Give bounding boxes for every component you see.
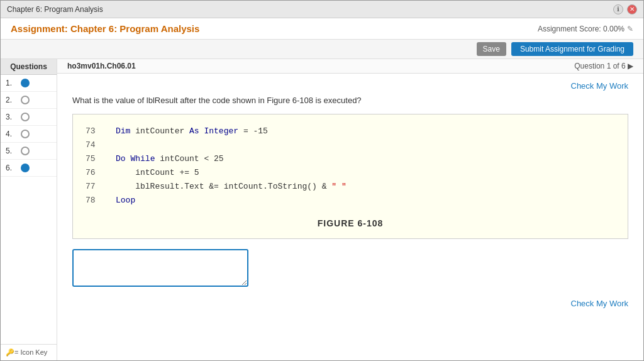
score-label: Assignment Score: 0.00% [538, 25, 625, 33]
sidebar-item-2-label: 2. [6, 96, 16, 104]
sidebar-item-1-indicator [21, 79, 30, 87]
line-num-78: 78 [86, 194, 101, 208]
code-line-76: 76 intCount += 5 [86, 166, 615, 180]
sidebar-item-3[interactable]: 3. [1, 109, 57, 126]
code-line-75: 75 Do While intCount < 25 [86, 152, 615, 166]
score-area: Assignment Score: 0.00% ✎ [538, 25, 633, 33]
sidebar-item-6[interactable]: 6. [1, 160, 57, 177]
code-line-73: 73 Dim intCounter As Integer = -15 [86, 125, 615, 138]
question-body: Check My Work What is the value of lblRe… [57, 74, 643, 360]
sidebar: Questions 1. 2. 3. 4. [1, 59, 57, 360]
sidebar-item-1-label: 1. [6, 79, 16, 87]
save-button[interactable]: Save [477, 42, 506, 56]
line-num-76: 76 [86, 166, 101, 180]
close-button[interactable]: ✕ [627, 4, 637, 14]
sidebar-item-2[interactable]: 2. [1, 92, 57, 109]
line-num-77: 77 [86, 180, 101, 194]
window-title: Chapter 6: Program Analysis [7, 5, 103, 14]
code-line-74: 74 [86, 138, 615, 152]
main-window: Chapter 6: Program Analysis ℹ ✕ Assignme… [0, 0, 644, 361]
sidebar-items-list: 1. 2. 3. 4. 5. [1, 75, 57, 177]
info-button[interactable]: ℹ [613, 4, 623, 14]
answer-input[interactable] [72, 249, 248, 287]
question-nav[interactable]: Question 1 of 6 ▶ [574, 62, 633, 70]
title-bar: Chapter 6: Program Analysis ℹ ✕ [1, 1, 643, 18]
code-block: 73 Dim intCounter As Integer = -15 74 75 [86, 125, 615, 208]
submit-button[interactable]: Submit Assignment for Grading [511, 42, 633, 56]
sidebar-item-5[interactable]: 5. [1, 143, 57, 160]
icon-key-label: 🔑= Icon Key [6, 348, 47, 357]
edit-score-icon[interactable]: ✎ [627, 25, 633, 33]
sidebar-item-4-label: 4. [6, 130, 16, 138]
code-figure: 73 Dim intCounter As Integer = -15 74 75 [72, 114, 628, 239]
window-controls: ℹ ✕ [613, 4, 637, 14]
sidebar-item-3-label: 3. [6, 113, 16, 121]
toolbar: Save Submit Assignment for Grading [1, 40, 643, 59]
code-line-78: 78 Loop [86, 194, 615, 208]
sidebar-item-5-label: 5. [6, 147, 16, 155]
sidebar-item-2-indicator [21, 96, 30, 104]
figure-caption: FIGURE 6-108 [86, 218, 615, 228]
line-num-75: 75 [86, 152, 101, 166]
question-text: What is the value of lblResult after the… [72, 96, 628, 105]
sidebar-item-4[interactable]: 4. [1, 126, 57, 143]
main-content: Questions 1. 2. 3. 4. [1, 59, 643, 360]
check-work-bottom-button[interactable]: Check My Work [571, 299, 629, 308]
sidebar-footer: 🔑= Icon Key [1, 344, 57, 360]
sidebar-item-6-indicator [21, 164, 30, 172]
sidebar-item-6-label: 6. [6, 164, 16, 172]
sidebar-item-4-indicator [21, 130, 30, 138]
assignment-header: Assignment: Chapter 6: Program Analysis … [1, 18, 643, 40]
check-work-top-area: Check My Work [72, 81, 628, 91]
check-work-bottom-area: Check My Work [72, 299, 628, 313]
content-area: ho3mv01h.Ch06.01 Question 1 of 6 ▶ Check… [57, 59, 643, 360]
assignment-title: Assignment: Chapter 6: Program Analysis [11, 23, 199, 34]
code-line-77: 77 lblResult.Text &= intCount.ToString()… [86, 180, 615, 194]
line-num-74: 74 [86, 138, 101, 152]
sidebar-item-5-indicator [21, 147, 30, 155]
answer-area [72, 249, 628, 289]
tab-label: ho3mv01h.Ch06.01 [67, 62, 136, 70]
check-work-top-button[interactable]: Check My Work [571, 81, 629, 91]
content-header: ho3mv01h.Ch06.01 Question 1 of 6 ▶ [57, 59, 643, 74]
line-num-73: 73 [86, 125, 101, 138]
sidebar-header: Questions [1, 59, 57, 75]
sidebar-item-3-indicator [21, 113, 30, 121]
sidebar-item-1[interactable]: 1. [1, 75, 57, 92]
